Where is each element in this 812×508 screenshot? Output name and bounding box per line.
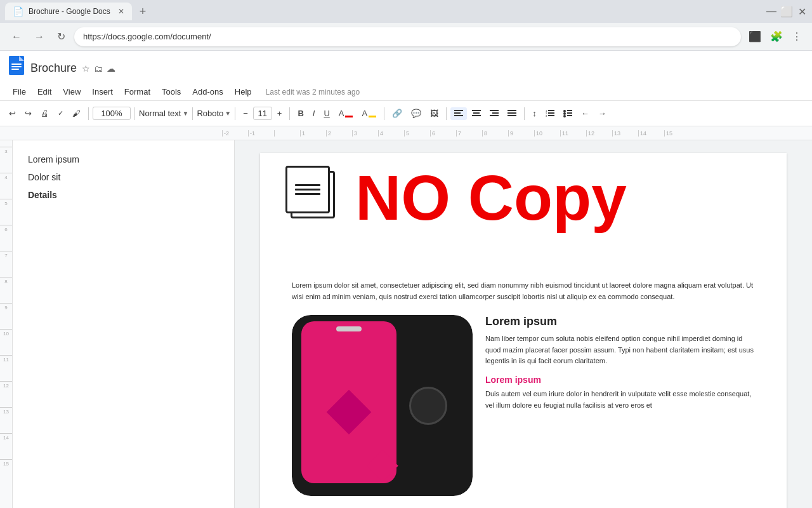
main-paragraph[interactable]: Lorem ipsum dolor sit amet, consectetuer… [292,280,755,302]
vertical-ruler: 3 4 5 6 7 8 9 10 11 12 13 14 15 [0,140,13,508]
cast-icon[interactable]: ⬛ [746,28,764,45]
document-title[interactable]: Brochure [30,62,77,75]
svg-rect-19 [548,112,554,114]
vruler-5: 5 [0,199,12,225]
bulleted-list-button[interactable] [560,107,576,120]
spellcheck-button[interactable]: ✓ [54,107,67,120]
docs-logo-icon [8,56,25,81]
svg-point-28 [563,115,566,117]
menu-edit[interactable]: Edit [32,84,56,99]
bold-button[interactable]: B [294,106,307,121]
menu-help[interactable]: Help [230,84,257,99]
font-size-display[interactable]: 11 [253,107,272,120]
style-dropdown-icon: ▼ [182,110,188,117]
maximize-button[interactable]: ⬜ [782,6,792,17]
outline-item-2[interactable]: Dolor sit [28,168,219,186]
font-selector[interactable]: Roboto ▼ [197,109,231,118]
svg-rect-18 [548,110,554,111]
style-selector[interactable]: Normal text ▼ [139,109,188,118]
image-button[interactable]: 🖼 [426,106,442,121]
text-color-label: A [339,109,344,118]
highlight-button[interactable]: A [358,106,380,121]
menu-icon[interactable]: ⋮ [789,28,804,45]
no-copy-title: NO Copy [355,166,627,229]
line-spacing-button[interactable]: ↕ [528,106,540,121]
print-button[interactable]: 🖨 [37,106,53,121]
extensions-icon[interactable]: 🧩 [768,28,785,45]
menu-format[interactable]: Format [119,84,155,99]
section1-title: Lorem ipsum [485,315,755,328]
browser-tab[interactable]: 📄 Brochure - Google Docs ✕ [5,3,132,20]
font-dropdown-icon: ▼ [225,110,231,117]
svg-rect-12 [490,110,499,111]
italic-button[interactable]: I [309,106,319,121]
back-button[interactable]: ← [8,29,25,45]
reload-button[interactable]: ↻ [53,28,69,45]
vruler-15: 15 [0,459,12,485]
star-icon[interactable]: ☆ [82,64,90,74]
align-right-button[interactable] [486,107,502,120]
separator-5 [289,107,290,120]
zoom-selector[interactable]: 100% [93,107,131,120]
cloud-icon[interactable]: ☁ [107,64,115,74]
vruler-6: 6 [0,225,12,251]
new-tab-button[interactable]: + [137,3,149,21]
text-color-button[interactable]: A [335,106,357,121]
ruler-mark-6: 4 [378,130,404,137]
svg-rect-20 [548,115,554,116]
increase-font-button[interactable]: + [273,106,286,121]
docs-header: Brochure ☆ 🗂 ☁ File Edit View Insert For… [0,51,812,101]
tab-title: Brochure - Google Docs [29,7,110,16]
align-center-button[interactable] [468,107,485,120]
undo-button[interactable]: ↩ [5,106,20,121]
close-button[interactable]: ✕ [797,6,807,17]
vruler-7: 7 [0,251,12,277]
outline-item-1[interactable]: Lorem ipsum [28,150,219,168]
align-justify-button[interactable] [504,107,520,120]
right-column: Lorem ipsum Nam liber tempor cum soluta … [485,315,755,496]
forward-button[interactable]: → [30,29,48,45]
ruler-mark-17: 15 [664,130,690,137]
link-button[interactable]: 🔗 [388,106,406,121]
decrease-font-button[interactable]: − [239,106,252,121]
numbered-list-icon: 123 [546,110,554,117]
phone-background [292,315,473,496]
minimize-button[interactable]: — [766,6,776,17]
comment-button[interactable]: 💬 [407,106,425,121]
document-outline: Lorem ipsum Dolor sit Details [13,140,235,508]
indent-less-button[interactable]: ← [577,106,593,121]
align-right-icon [490,110,499,117]
paint-format-button[interactable]: 🖌 [69,106,84,121]
indent-more-button[interactable]: → [594,106,610,121]
phone-logo-diamond [327,389,372,434]
menu-addons[interactable]: Add-ons [187,84,228,99]
vruler-11: 11 [0,355,12,381]
svg-rect-5 [11,69,19,70]
underline-button[interactable]: U [320,106,333,121]
numbered-list-button[interactable]: 123 [542,107,558,120]
formatting-toolbar: ↩ ↪ 🖨 ✓ 🖌 100% Normal text ▼ Roboto ▼ − … [0,101,812,126]
tab-favicon: 📄 [13,6,23,17]
docs-menu-bar: File Edit View Insert Format Tools Add-o… [8,83,804,100]
tab-close-button[interactable]: ✕ [118,7,124,16]
menu-view[interactable]: View [58,84,86,99]
menu-tools[interactable]: Tools [157,84,186,99]
menu-file[interactable]: File [8,84,31,99]
outline-item-3[interactable]: Details [28,186,219,204]
ruler-marks: -2 -1 1 2 3 4 5 6 7 8 9 10 11 12 13 14 1… [222,130,690,137]
svg-rect-17 [508,115,516,116]
svg-rect-16 [508,112,516,114]
document-area[interactable]: NO Copy Lorem ipsum dolor sit amet, cons… [235,140,812,508]
title-bar: 📄 Brochure - Google Docs ✕ + — ⬜ ✕ [0,0,812,23]
url-input[interactable] [74,27,741,46]
svg-text:3: 3 [546,114,547,117]
two-column-section: Lorem ipsum Nam liber tempor cum soluta … [292,315,755,496]
svg-rect-9 [472,110,481,111]
folder-icon[interactable]: 🗂 [94,64,103,74]
align-left-button[interactable] [450,107,467,120]
chrome-toolbar-icons: ⬛ 🧩 ⋮ [746,28,804,45]
docs-title-row: Brochure ☆ 🗂 ☁ [8,53,804,83]
svg-rect-10 [473,112,480,114]
menu-insert[interactable]: Insert [87,84,118,99]
redo-button[interactable]: ↪ [21,106,36,121]
